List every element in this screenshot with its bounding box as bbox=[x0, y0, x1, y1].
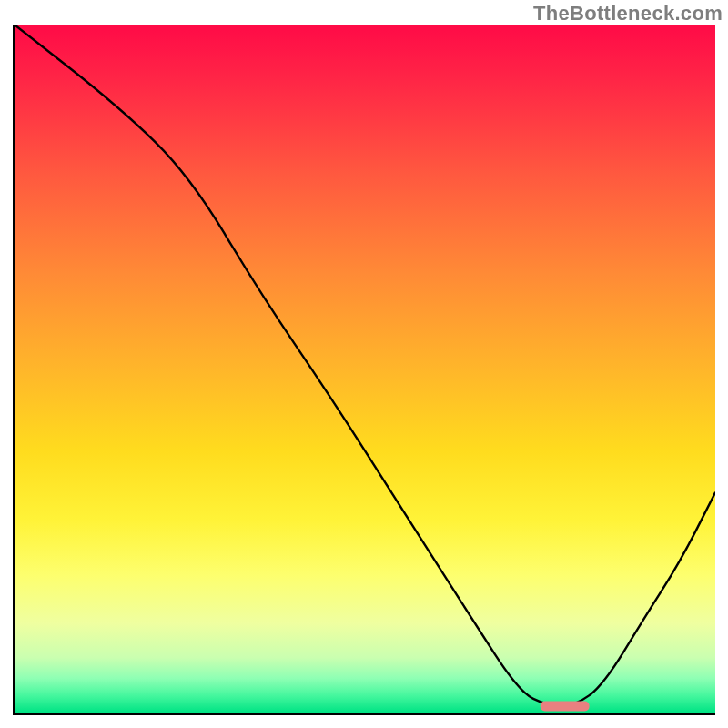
bottleneck-curve bbox=[15, 25, 715, 713]
chart-container: TheBottleneck.com bbox=[0, 0, 728, 728]
curve-line bbox=[15, 25, 715, 705]
optimal-range-marker bbox=[541, 701, 590, 711]
plot-frame bbox=[13, 25, 715, 715]
watermark-text: TheBottleneck.com bbox=[533, 2, 723, 25]
